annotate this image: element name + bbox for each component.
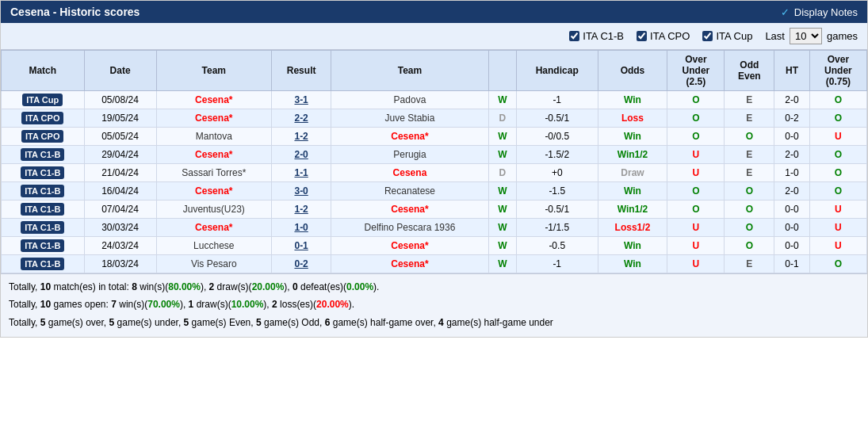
cell-result[interactable]: 1-2 [272, 128, 331, 146]
cell-date: 05/05/24 [84, 128, 156, 146]
cell-team1[interactable]: Vis Pesaro [156, 255, 271, 273]
cell-ou075: O [809, 182, 866, 200]
cell-team2[interactable]: Delfino Pescara 1936 [331, 219, 488, 237]
cell-ou25: U [667, 255, 725, 273]
filter-ita-c1b[interactable]: ITA C1-B [569, 30, 624, 42]
cell-odds: Win [598, 128, 667, 146]
league-badge: ITA C1-B [21, 203, 64, 216]
cell-result[interactable]: 2-0 [272, 146, 331, 164]
games-label: games [827, 30, 858, 42]
filter-ita-cpo-checkbox[interactable] [637, 31, 647, 41]
cell-match: ITA C1-B [2, 182, 85, 200]
cell-team1[interactable]: Cesena* [156, 91, 271, 109]
cell-ht: 0-0 [774, 128, 810, 146]
cell-ou25: U [667, 146, 725, 164]
footer-line2: Totally, 10 games open: 7 win(s)(70.00%)… [9, 296, 859, 312]
cell-ou075: O [809, 109, 866, 128]
cell-odds: Win1/2 [598, 146, 667, 164]
cell-team1[interactable]: Mantova [156, 128, 271, 146]
cell-result[interactable]: 1-2 [272, 200, 331, 219]
cell-wr: W [488, 182, 516, 200]
cell-team1[interactable]: Cesena* [156, 146, 271, 164]
filter-ita-c1b-label: ITA C1-B [583, 30, 624, 42]
cell-team2[interactable]: Perugia [331, 146, 488, 164]
header: Cesena - Historic scores ✓ Display Notes [1, 1, 867, 23]
filter-ita-cup-checkbox[interactable] [702, 31, 713, 41]
filter-ita-c1b-checkbox[interactable] [569, 31, 579, 41]
cell-handicap: -0/0.5 [516, 128, 598, 146]
cell-ht: 2-0 [774, 146, 810, 164]
cell-ou075: U [809, 200, 866, 219]
cell-oe: E [725, 255, 774, 273]
cell-result[interactable]: 2-2 [272, 109, 331, 128]
cell-date: 29/04/24 [84, 146, 156, 164]
cell-team2[interactable]: Cesena* [331, 200, 488, 219]
cell-wr: W [488, 128, 516, 146]
cell-wr: W [488, 219, 516, 237]
cell-result[interactable]: 3-0 [272, 182, 331, 200]
col-ou25: OverUnder(2.5) [667, 51, 725, 91]
cell-handicap: -1 [516, 91, 598, 109]
table-row: ITA Cup 05/08/24 Cesena* 3-1 Padova W -1… [2, 91, 867, 109]
cell-match: ITA C1-B [2, 200, 85, 219]
last-games-select[interactable]: 10 20 30 [790, 28, 822, 44]
cell-ht: 1-0 [774, 164, 810, 182]
league-badge: ITA C1-B [21, 221, 64, 234]
table-row: ITA CPO 19/05/24 Cesena* 2-2 Juve Stabia… [2, 109, 867, 128]
cell-team2[interactable]: Recanatese [331, 182, 488, 200]
cell-team2[interactable]: Cesena* [331, 255, 488, 273]
cell-team1[interactable]: Cesena* [156, 219, 271, 237]
cell-team2[interactable]: Juve Stabia [331, 109, 488, 128]
cell-result[interactable]: 0-2 [272, 255, 331, 273]
cell-odds: Win [598, 91, 667, 109]
cell-oe: O [725, 237, 774, 255]
cell-team2[interactable]: Cesena [331, 164, 488, 182]
cell-odds: Win [598, 182, 667, 200]
cell-odds: Loss1/2 [598, 219, 667, 237]
cell-team1[interactable]: Lucchese [156, 237, 271, 255]
cell-odds: Win [598, 255, 667, 273]
cell-team1[interactable]: Sassari Torres* [156, 164, 271, 182]
cell-oe: O [725, 200, 774, 219]
cell-match: ITA C1-B [2, 146, 85, 164]
cell-handicap: -0.5 [516, 237, 598, 255]
display-notes-label[interactable]: Display Notes [794, 6, 858, 18]
filter-ita-cpo[interactable]: ITA CPO [637, 30, 690, 42]
cell-ht: 0-0 [774, 200, 810, 219]
filter-ita-cup[interactable]: ITA Cup [702, 30, 752, 42]
table-row: ITA CPO 05/05/24 Mantova 1-2 Cesena* W -… [2, 128, 867, 146]
cell-ou25: O [667, 91, 725, 109]
cell-result[interactable]: 1-0 [272, 219, 331, 237]
cell-team2[interactable]: Padova [331, 91, 488, 109]
cell-team1[interactable]: Cesena* [156, 109, 271, 128]
cell-team1[interactable]: Juventus(U23) [156, 200, 271, 219]
cell-handicap: -1/1.5 [516, 219, 598, 237]
cell-ht: 0-0 [774, 237, 810, 255]
cell-team1[interactable]: Cesena* [156, 182, 271, 200]
cell-date: 18/03/24 [84, 255, 156, 273]
cell-match: ITA C1-B [2, 219, 85, 237]
league-badge: ITA Cup [22, 94, 63, 106]
scores-table-wrap: Match Date Team Result Team Handicap Odd… [1, 50, 867, 273]
table-row: ITA C1-B 07/04/24 Juventus(U23) 1-2 Cese… [2, 200, 867, 219]
cell-team2[interactable]: Cesena* [331, 128, 488, 146]
cell-result[interactable]: 3-1 [272, 91, 331, 109]
cell-oe: E [725, 146, 774, 164]
cell-match: ITA C1-B [2, 255, 85, 273]
cell-match: ITA C1-B [2, 164, 85, 182]
cell-oe: E [725, 109, 774, 128]
cell-date: 24/03/24 [84, 237, 156, 255]
display-notes-check-icon[interactable]: ✓ [781, 6, 790, 18]
table-row: ITA C1-B 24/03/24 Lucchese 0-1 Cesena* W… [2, 237, 867, 255]
cell-ou075: O [809, 91, 866, 109]
col-team2: Team [331, 51, 488, 91]
league-badge: ITA C1-B [21, 148, 64, 161]
league-badge: ITA C1-B [21, 258, 64, 270]
cell-team2[interactable]: Cesena* [331, 237, 488, 255]
cell-oe: E [725, 91, 774, 109]
cell-result[interactable]: 1-1 [272, 164, 331, 182]
cell-result[interactable]: 0-1 [272, 237, 331, 255]
cell-ht: 0-1 [774, 255, 810, 273]
cell-date: 19/05/24 [84, 109, 156, 128]
cell-ou075: U [809, 128, 866, 146]
